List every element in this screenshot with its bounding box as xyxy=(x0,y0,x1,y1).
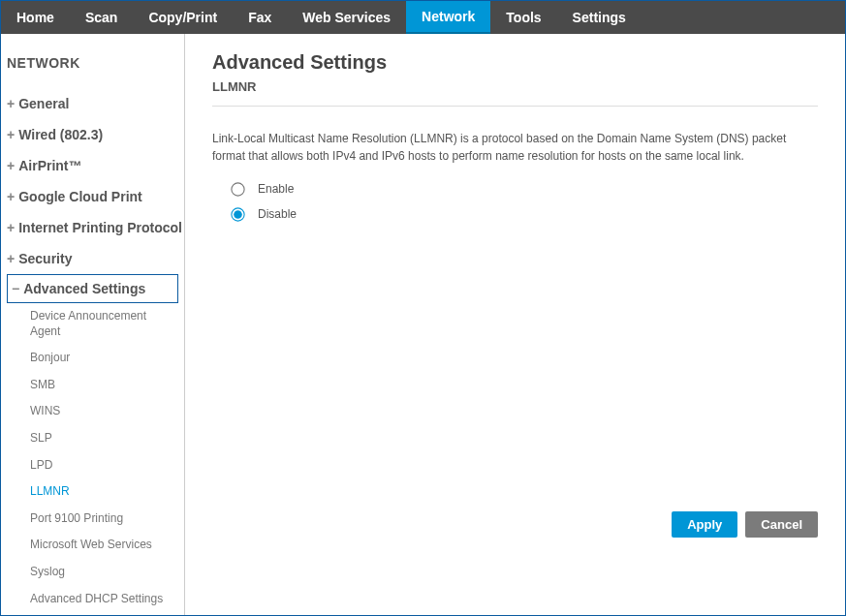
topnav-fax[interactable]: Fax xyxy=(233,1,287,34)
sidebar-section-advanced-settings[interactable]: − Advanced Settings xyxy=(7,274,178,303)
sidebar-subitem-lpd[interactable]: LPD xyxy=(30,452,178,479)
sidebar-subitem-slp[interactable]: SLP xyxy=(30,425,178,452)
disable-radio[interactable] xyxy=(231,207,244,221)
sidebar: NETWORK + General + Wired (802.3) + AirP… xyxy=(1,34,185,615)
sidebar-subitems: Device Announcement Agent Bonjour SMB WI… xyxy=(7,303,178,612)
disable-option[interactable]: Disable xyxy=(232,207,818,221)
sidebar-subitem-llmnr[interactable]: LLMNR xyxy=(30,478,178,506)
sidebar-section-general[interactable]: + General xyxy=(7,88,178,119)
sidebar-subitem-device-announcement[interactable]: Device Announcement Agent xyxy=(30,303,178,345)
enable-radio[interactable] xyxy=(231,182,244,196)
page-subtitle: LLMNR xyxy=(212,79,818,107)
disable-label: Disable xyxy=(258,207,297,221)
sidebar-section-label: AirPrint™ xyxy=(18,158,81,173)
sidebar-section-label: Wired (802.3) xyxy=(18,127,103,142)
topnav-scan[interactable]: Scan xyxy=(70,1,133,34)
plus-icon: + xyxy=(7,189,15,204)
minus-icon: − xyxy=(12,281,19,296)
sidebar-section-airprint[interactable]: + AirPrint™ xyxy=(7,150,178,181)
sidebar-subitem-wins[interactable]: WINS xyxy=(30,398,178,425)
sidebar-subitem-smb[interactable]: SMB xyxy=(30,372,178,399)
llmnr-radio-group: Enable Disable xyxy=(212,182,818,232)
sidebar-subitem-syslog[interactable]: Syslog xyxy=(30,559,178,586)
topnav-network[interactable]: Network xyxy=(406,1,490,34)
sidebar-section-wired[interactable]: + Wired (802.3) xyxy=(7,119,178,150)
sidebar-section-label: Internet Printing Protocol xyxy=(18,220,182,235)
sidebar-section-security[interactable]: + Security xyxy=(7,243,178,274)
plus-icon: + xyxy=(7,251,15,266)
sidebar-subitem-advanced-dhcp[interactable]: Advanced DHCP Settings xyxy=(30,586,178,613)
topnav-tools[interactable]: Tools xyxy=(490,1,556,34)
sidebar-subitem-bonjour[interactable]: Bonjour xyxy=(30,345,178,372)
topnav-web-services[interactable]: Web Services xyxy=(287,1,406,34)
sidebar-section-label: Advanced Settings xyxy=(23,281,145,296)
sidebar-section-google-cloud-print[interactable]: + Google Cloud Print xyxy=(7,181,178,212)
plus-icon: + xyxy=(7,220,15,235)
button-bar: Apply Cancel xyxy=(672,511,818,538)
topnav-copy-print[interactable]: Copy/Print xyxy=(133,1,233,34)
sidebar-section-ipp[interactable]: + Internet Printing Protocol xyxy=(7,212,178,243)
top-nav: Home Scan Copy/Print Fax Web Services Ne… xyxy=(1,1,845,34)
sidebar-subitem-port-9100[interactable]: Port 9100 Printing xyxy=(30,506,178,533)
content-area: Advanced Settings LLMNR Link-Local Multi… xyxy=(185,34,845,615)
cancel-button[interactable]: Cancel xyxy=(745,511,818,538)
sidebar-subitem-microsoft-web-services[interactable]: Microsoft Web Services xyxy=(30,532,178,559)
enable-option[interactable]: Enable xyxy=(232,182,818,196)
topnav-settings[interactable]: Settings xyxy=(557,1,642,34)
sidebar-title: NETWORK xyxy=(7,46,178,88)
plus-icon: + xyxy=(7,127,15,142)
topnav-home[interactable]: Home xyxy=(1,1,70,34)
description-text: Link-Local Multicast Name Resolution (LL… xyxy=(212,130,818,165)
sidebar-section-label: General xyxy=(18,96,69,111)
plus-icon: + xyxy=(7,96,15,111)
sidebar-section-label: Security xyxy=(18,251,72,266)
page-title: Advanced Settings xyxy=(212,51,818,74)
sidebar-section-label: Google Cloud Print xyxy=(18,189,142,204)
plus-icon: + xyxy=(7,158,15,173)
enable-label: Enable xyxy=(258,182,294,196)
main-container: NETWORK + General + Wired (802.3) + AirP… xyxy=(1,34,845,615)
apply-button[interactable]: Apply xyxy=(672,511,737,538)
